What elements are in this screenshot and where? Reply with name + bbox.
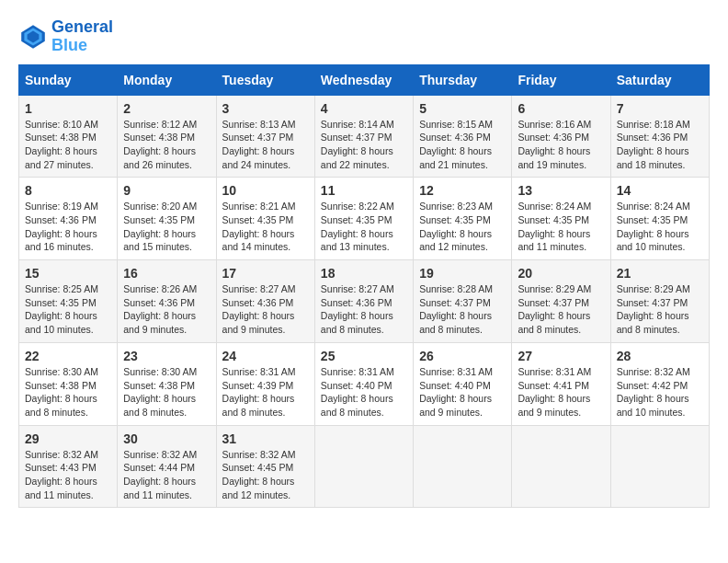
cell-info: Sunrise: 8:20 AM Sunset: 4:35 PM Dayligh… [123,200,210,254]
day-number: 7 [617,101,703,116]
cell-info: Sunrise: 8:22 AM Sunset: 4:35 PM Dayligh… [321,200,407,254]
page-header: General Blue [18,18,710,55]
cell-info: Sunrise: 8:14 AM Sunset: 4:37 PM Dayligh… [321,118,407,172]
cell-info: Sunrise: 8:31 AM Sunset: 4:40 PM Dayligh… [419,365,506,419]
cell-info: Sunrise: 8:25 AM Sunset: 4:35 PM Dayligh… [25,282,111,337]
col-header-wednesday: Wednesday [314,64,413,95]
cell-info: Sunrise: 8:12 AM Sunset: 4:38 PM Dayligh… [123,118,210,172]
col-header-tuesday: Tuesday [216,64,314,95]
day-number: 3 [222,101,309,116]
day-number: 14 [617,183,703,198]
cell-info: Sunrise: 8:31 AM Sunset: 4:41 PM Dayligh… [518,365,604,419]
calendar-cell: 14Sunrise: 8:24 AM Sunset: 4:35 PM Dayli… [610,178,709,260]
calendar-cell: 22Sunrise: 8:30 AM Sunset: 4:38 PM Dayli… [19,342,118,425]
day-number: 19 [419,266,506,281]
cell-info: Sunrise: 8:13 AM Sunset: 4:37 PM Dayligh… [222,118,309,172]
day-number: 15 [25,266,111,281]
calendar-cell: 20Sunrise: 8:29 AM Sunset: 4:37 PM Dayli… [512,260,610,343]
calendar-cell: 28Sunrise: 8:32 AM Sunset: 4:42 PM Dayli… [610,342,709,425]
day-number: 17 [222,266,309,281]
calendar-cell: 9Sunrise: 8:20 AM Sunset: 4:35 PM Daylig… [118,178,216,260]
calendar-cell: 18Sunrise: 8:27 AM Sunset: 4:36 PM Dayli… [314,260,413,343]
calendar-cell: 31Sunrise: 8:32 AM Sunset: 4:45 PM Dayli… [216,425,314,508]
calendar-cell: 25Sunrise: 8:31 AM Sunset: 4:40 PM Dayli… [314,342,413,425]
day-number: 20 [518,266,604,281]
calendar-table: SundayMondayTuesdayWednesdayThursdayFrid… [18,64,710,509]
calendar-cell: 13Sunrise: 8:24 AM Sunset: 4:35 PM Dayli… [512,178,610,260]
calendar-header-row: SundayMondayTuesdayWednesdayThursdayFrid… [19,64,710,95]
logo-text: General Blue [51,18,113,55]
col-header-friday: Friday [512,64,610,95]
calendar-cell: 30Sunrise: 8:32 AM Sunset: 4:44 PM Dayli… [118,425,216,508]
calendar-cell: 27Sunrise: 8:31 AM Sunset: 4:41 PM Dayli… [512,342,610,425]
calendar-cell: 17Sunrise: 8:27 AM Sunset: 4:36 PM Dayli… [216,260,314,343]
calendar-cell: 12Sunrise: 8:23 AM Sunset: 4:35 PM Dayli… [414,178,512,260]
calendar-cell: 7Sunrise: 8:18 AM Sunset: 4:36 PM Daylig… [610,95,709,178]
col-header-monday: Monday [118,64,216,95]
calendar-week-row: 1Sunrise: 8:10 AM Sunset: 4:38 PM Daylig… [19,95,710,178]
calendar-cell [314,425,413,508]
calendar-cell: 5Sunrise: 8:15 AM Sunset: 4:36 PM Daylig… [414,95,512,178]
calendar-cell: 2Sunrise: 8:12 AM Sunset: 4:38 PM Daylig… [118,95,216,178]
calendar-week-row: 15Sunrise: 8:25 AM Sunset: 4:35 PM Dayli… [19,260,710,343]
calendar-cell: 3Sunrise: 8:13 AM Sunset: 4:37 PM Daylig… [216,95,314,178]
day-number: 6 [518,101,604,116]
calendar-cell: 6Sunrise: 8:16 AM Sunset: 4:36 PM Daylig… [512,95,610,178]
calendar-cell: 8Sunrise: 8:19 AM Sunset: 4:36 PM Daylig… [19,178,118,260]
day-number: 8 [25,183,111,198]
calendar-week-row: 22Sunrise: 8:30 AM Sunset: 4:38 PM Dayli… [19,342,710,425]
cell-info: Sunrise: 8:30 AM Sunset: 4:38 PM Dayligh… [123,365,210,419]
calendar-week-row: 8Sunrise: 8:19 AM Sunset: 4:36 PM Daylig… [19,178,710,260]
calendar-cell [414,425,512,508]
calendar-cell: 11Sunrise: 8:22 AM Sunset: 4:35 PM Dayli… [314,178,413,260]
calendar-cell: 26Sunrise: 8:31 AM Sunset: 4:40 PM Dayli… [414,342,512,425]
day-number: 18 [321,266,407,281]
calendar-cell: 4Sunrise: 8:14 AM Sunset: 4:37 PM Daylig… [314,95,413,178]
calendar-cell: 19Sunrise: 8:28 AM Sunset: 4:37 PM Dayli… [414,260,512,343]
day-number: 30 [123,431,210,446]
calendar-cell: 15Sunrise: 8:25 AM Sunset: 4:35 PM Dayli… [19,260,118,343]
day-number: 5 [419,101,506,116]
day-number: 27 [518,349,604,363]
day-number: 29 [25,431,111,446]
cell-info: Sunrise: 8:27 AM Sunset: 4:36 PM Dayligh… [222,282,309,337]
calendar-cell [512,425,610,508]
cell-info: Sunrise: 8:29 AM Sunset: 4:37 PM Dayligh… [617,282,703,337]
day-number: 21 [617,266,703,281]
cell-info: Sunrise: 8:32 AM Sunset: 4:44 PM Dayligh… [123,448,210,502]
day-number: 12 [419,183,506,198]
calendar-week-row: 29Sunrise: 8:32 AM Sunset: 4:43 PM Dayli… [19,425,710,508]
day-number: 11 [321,183,407,198]
day-number: 22 [25,349,111,363]
cell-info: Sunrise: 8:21 AM Sunset: 4:35 PM Dayligh… [222,200,309,254]
calendar-cell: 23Sunrise: 8:30 AM Sunset: 4:38 PM Dayli… [118,342,216,425]
day-number: 25 [321,349,407,363]
cell-info: Sunrise: 8:32 AM Sunset: 4:43 PM Dayligh… [25,448,111,502]
calendar-cell: 24Sunrise: 8:31 AM Sunset: 4:39 PM Dayli… [216,342,314,425]
cell-info: Sunrise: 8:24 AM Sunset: 4:35 PM Dayligh… [518,200,604,254]
day-number: 24 [222,349,309,363]
calendar-cell: 29Sunrise: 8:32 AM Sunset: 4:43 PM Dayli… [19,425,118,508]
day-number: 23 [123,349,210,363]
cell-info: Sunrise: 8:31 AM Sunset: 4:40 PM Dayligh… [321,365,407,419]
cell-info: Sunrise: 8:19 AM Sunset: 4:36 PM Dayligh… [25,200,111,254]
cell-info: Sunrise: 8:23 AM Sunset: 4:35 PM Dayligh… [419,200,506,254]
day-number: 9 [123,183,210,198]
day-number: 31 [222,431,309,446]
cell-info: Sunrise: 8:15 AM Sunset: 4:36 PM Dayligh… [419,118,506,172]
col-header-sunday: Sunday [19,64,118,95]
cell-info: Sunrise: 8:32 AM Sunset: 4:42 PM Dayligh… [617,365,703,419]
cell-info: Sunrise: 8:31 AM Sunset: 4:39 PM Dayligh… [222,365,309,419]
cell-info: Sunrise: 8:10 AM Sunset: 4:38 PM Dayligh… [25,118,111,172]
day-number: 4 [321,101,407,116]
day-number: 26 [419,349,506,363]
day-number: 16 [123,266,210,281]
col-header-thursday: Thursday [414,64,512,95]
cell-info: Sunrise: 8:29 AM Sunset: 4:37 PM Dayligh… [518,282,604,337]
cell-info: Sunrise: 8:28 AM Sunset: 4:37 PM Dayligh… [419,282,506,337]
day-number: 1 [25,101,111,116]
cell-info: Sunrise: 8:24 AM Sunset: 4:35 PM Dayligh… [617,200,703,254]
day-number: 13 [518,183,604,198]
logo-icon [18,22,48,52]
calendar-cell: 16Sunrise: 8:26 AM Sunset: 4:36 PM Dayli… [118,260,216,343]
